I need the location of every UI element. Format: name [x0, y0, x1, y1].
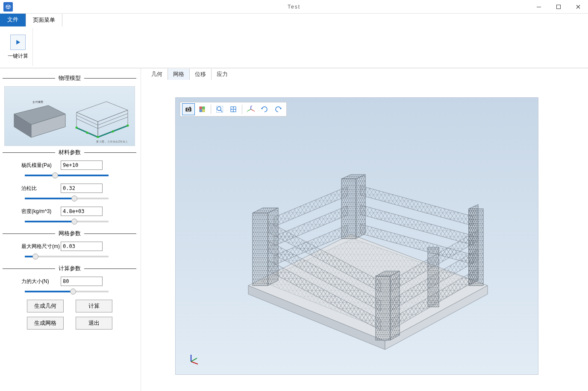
ribbon: 一键计算	[0, 26, 588, 68]
svg-line-12	[98, 114, 128, 125]
svg-point-16	[126, 125, 129, 127]
poisson-ratio-label: 泊松比	[21, 185, 61, 192]
section-mesh-params: 网格参数	[3, 230, 136, 237]
svg-text:x: x	[254, 110, 255, 112]
minimize-button[interactable]	[529, 0, 549, 14]
max-mesh-size-input[interactable]	[61, 242, 103, 251]
force-slider[interactable]	[25, 291, 109, 292]
svg-rect-22	[200, 107, 202, 109]
svg-marker-37	[280, 108, 282, 109]
force-input[interactable]	[61, 277, 103, 286]
mesh-model	[231, 153, 496, 350]
force-label: 力的大小(N)	[21, 278, 61, 285]
svg-marker-63	[274, 187, 347, 227]
svg-line-40	[191, 358, 197, 362]
main-view: 几何 网格 位移 应力 xyz	[141, 68, 588, 391]
youngs-modulus-label: 杨氏模量(Pa)	[21, 162, 61, 169]
rotate-cw-icon[interactable]	[258, 103, 271, 115]
rotate-ccw-icon[interactable]	[272, 103, 285, 115]
svg-marker-67	[360, 205, 473, 245]
generate-geometry-button[interactable]: 生成几何	[27, 300, 64, 312]
calculate-button[interactable]: 计算	[76, 300, 112, 312]
svg-marker-64	[274, 206, 347, 246]
close-button[interactable]	[568, 0, 588, 14]
svg-marker-36	[261, 108, 263, 109]
coordinate-triad-icon	[188, 352, 200, 365]
svg-rect-0	[537, 7, 541, 7]
ribbon-one-click-calc-label: 一键计算	[8, 53, 28, 60]
svg-rect-25	[203, 110, 205, 112]
sidebar: 物理模型 全约束面	[0, 68, 141, 391]
window-title: Test	[288, 4, 300, 10]
svg-rect-1	[557, 5, 561, 9]
section-calc-params: 计算参数	[3, 265, 136, 272]
camera-icon[interactable]	[182, 103, 195, 115]
svg-text:y: y	[247, 110, 248, 112]
app-icon	[3, 2, 13, 12]
svg-rect-45	[253, 213, 268, 286]
svg-point-17	[112, 131, 114, 133]
svg-marker-2	[16, 40, 20, 45]
youngs-modulus-slider[interactable]	[25, 175, 109, 176]
view-tabs: 几何 网格 位移 应力	[141, 68, 588, 80]
svg-text:z: z	[251, 105, 253, 107]
play-icon	[10, 35, 26, 50]
svg-rect-21	[189, 107, 191, 108]
tab-file[interactable]: 文件	[0, 13, 26, 26]
3d-canvas[interactable]: xyz	[175, 97, 538, 375]
physics-preview: 全约束面 重力面，力方向在Z方向上	[4, 86, 135, 146]
3d-toolbar: xyz	[180, 102, 287, 117]
title-bar: Test	[0, 0, 588, 14]
svg-rect-23	[203, 107, 205, 109]
density-slider[interactable]	[25, 221, 109, 222]
density-label: 密度(kg/m^3)	[21, 208, 61, 215]
viewtab-stress[interactable]: 应力	[212, 69, 233, 80]
tab-page-menu[interactable]: 页面菜单	[26, 13, 62, 26]
zoom-rect-icon[interactable]	[213, 103, 226, 115]
poisson-ratio-slider[interactable]	[25, 198, 109, 199]
svg-rect-24	[200, 110, 202, 112]
viewtab-displacement[interactable]: 位移	[190, 69, 212, 80]
axes-icon[interactable]: xyz	[244, 103, 257, 115]
svg-point-14	[75, 127, 77, 129]
menu-tabs: 文件 页面菜单	[0, 14, 588, 26]
density-input[interactable]	[61, 207, 103, 216]
generate-mesh-button[interactable]: 生成网格	[27, 317, 64, 330]
svg-line-30	[251, 109, 254, 111]
ribbon-one-click-calc[interactable]: 一键计算	[3, 28, 33, 66]
svg-line-39	[191, 362, 198, 364]
maximize-button[interactable]	[549, 0, 568, 14]
max-mesh-size-label: 最大网格尺寸(m)	[21, 243, 61, 250]
section-material-params: 材料参数	[3, 149, 136, 156]
exit-button[interactable]: 退出	[76, 317, 112, 330]
svg-line-27	[220, 110, 223, 112]
pan-icon[interactable]	[227, 103, 240, 115]
select-mode-icon[interactable]	[196, 103, 209, 115]
poisson-ratio-input[interactable]	[61, 184, 103, 193]
youngs-modulus-input[interactable]	[61, 160, 103, 170]
max-mesh-size-slider[interactable]	[25, 256, 109, 257]
svg-line-31	[248, 109, 251, 111]
viewtab-mesh[interactable]: 网格	[168, 69, 190, 80]
viewtab-geometry[interactable]: 几何	[146, 69, 168, 80]
section-physics-model: 物理模型	[3, 74, 136, 82]
svg-marker-66	[360, 186, 473, 226]
svg-point-18	[86, 132, 88, 134]
